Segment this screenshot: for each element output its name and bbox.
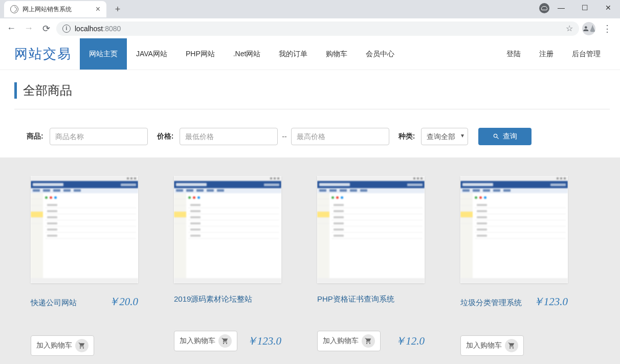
cart-icon: [362, 334, 375, 348]
close-icon[interactable]: ×: [96, 5, 100, 14]
nav-php[interactable]: PHP网站: [176, 38, 224, 70]
section-header: 全部商品: [0, 70, 620, 113]
nav-items-right: 登陆 注册 后台管理: [497, 38, 610, 70]
globe-icon: [10, 5, 18, 13]
cart-button-label: 加入购物车: [180, 336, 215, 346]
window-controls: — ☐ ✕: [549, 0, 620, 15]
forward-button[interactable]: →: [21, 21, 36, 36]
cart-button-label: 加入购物车: [466, 341, 502, 350]
filter-label-price: 价格:: [157, 132, 174, 141]
page-content: 网站交易 网站主页 JAVA网站 PHP网站 .Net网站 我的订单 购物车 会…: [0, 38, 620, 364]
filter-bar: 商品: 价格: -- 种类: 查询全部 查询: [0, 113, 620, 157]
add-to-cart-button[interactable]: 加入购物车: [317, 331, 381, 351]
tab-title: 网上网站销售系统: [23, 5, 92, 14]
minimize-button[interactable]: —: [549, 0, 573, 15]
filter-label-product: 商品:: [27, 132, 43, 141]
reload-button[interactable]: ⟳: [39, 21, 53, 36]
page-title: 全部商品: [14, 82, 610, 99]
incognito-icon: [539, 3, 549, 13]
address-bar: ← → ⟳ i localhost:8080 ☆ ⋮: [0, 18, 620, 38]
profile-icon[interactable]: [582, 22, 595, 35]
product-price: ￥123.0: [533, 294, 568, 309]
nav-java[interactable]: JAVA网站: [127, 38, 176, 70]
product-thumbnail[interactable]: [460, 176, 568, 283]
product-thumbnail[interactable]: [31, 176, 138, 283]
product-price: ￥12.0: [395, 334, 425, 348]
info-icon[interactable]: i: [62, 25, 71, 33]
url-port: :8080: [103, 25, 121, 33]
add-to-cart-button[interactable]: 加入购物车: [174, 331, 237, 351]
price-separator: --: [282, 132, 286, 141]
nav-register[interactable]: 注册: [530, 38, 563, 70]
cart-icon: [218, 334, 232, 348]
nav-login[interactable]: 登陆: [497, 38, 530, 70]
product-card: 快递公司网站 ￥20.0 加入购物车: [31, 176, 138, 356]
cart-icon: [75, 339, 88, 352]
nav-items-left: 网站主页 JAVA网站 PHP网站 .Net网站 我的订单 购物车 会员中心: [80, 38, 404, 70]
browser-tab[interactable]: 网上网站销售系统 ×: [4, 1, 106, 17]
bookmark-star-icon[interactable]: ☆: [566, 24, 573, 33]
browser-chrome: 网上网站销售系统 × + — ☐ ✕ ← → ⟳ i localhost:808…: [0, 0, 620, 38]
nav-dotnet[interactable]: .Net网站: [224, 38, 270, 70]
url-field[interactable]: i localhost:8080 ☆: [56, 21, 579, 36]
product-card: PHP资格证书查询系统 加入购物车 ￥12.0: [317, 176, 425, 356]
product-thumbnail[interactable]: [174, 176, 281, 283]
nav-home[interactable]: 网站主页: [80, 38, 127, 70]
nav-admin[interactable]: 后台管理: [563, 38, 610, 70]
product-card: 2019源码素材论坛整站 加入购物车 ￥123.0: [174, 176, 281, 356]
filter-label-category: 种类:: [398, 132, 415, 141]
menu-icon[interactable]: ⋮: [599, 23, 616, 34]
cart-button-label: 加入购物车: [323, 336, 359, 346]
new-tab-button[interactable]: +: [110, 2, 125, 16]
add-to-cart-button[interactable]: 加入购物车: [31, 335, 94, 356]
maximize-button[interactable]: ☐: [573, 0, 596, 15]
product-price: ￥123.0: [247, 334, 281, 348]
brand-logo[interactable]: 网站交易: [14, 38, 80, 70]
nav-member[interactable]: 会员中心: [357, 38, 404, 70]
back-button[interactable]: ←: [4, 21, 18, 36]
nav-cart[interactable]: 购物车: [317, 38, 357, 70]
cart-icon: [505, 339, 518, 352]
max-price-input[interactable]: [291, 128, 389, 145]
divider: [14, 109, 610, 109]
product-name[interactable]: 2019源码素材论坛整站: [174, 294, 252, 304]
product-grid: 快递公司网站 ￥20.0 加入购物车 2019源码素材论坛整站 加入购物车: [0, 157, 620, 364]
product-thumbnail[interactable]: [317, 176, 425, 283]
product-price: ￥20.0: [108, 294, 138, 309]
search-button[interactable]: 查询: [478, 128, 532, 145]
min-price-input[interactable]: [180, 128, 278, 145]
product-name-input[interactable]: [50, 128, 148, 145]
url-host: localhost: [75, 25, 103, 33]
close-window-button[interactable]: ✕: [596, 0, 620, 15]
search-icon: [493, 133, 500, 140]
category-select[interactable]: 查询全部: [421, 128, 468, 145]
product-name[interactable]: 垃圾分类管理系统: [460, 298, 522, 308]
search-button-label: 查询: [503, 132, 517, 141]
cart-button-label: 加入购物车: [36, 341, 72, 350]
add-to-cart-button[interactable]: 加入购物车: [460, 335, 524, 356]
product-name[interactable]: 快递公司网站: [31, 298, 77, 308]
nav-orders[interactable]: 我的订单: [270, 38, 317, 70]
product-card: 垃圾分类管理系统 ￥123.0 加入购物车: [460, 176, 568, 356]
main-nav: 网站交易 网站主页 JAVA网站 PHP网站 .Net网站 我的订单 购物车 会…: [0, 38, 620, 70]
product-name[interactable]: PHP资格证书查询系统: [317, 294, 394, 304]
tab-bar: 网上网站销售系统 × + — ☐ ✕: [0, 0, 620, 18]
